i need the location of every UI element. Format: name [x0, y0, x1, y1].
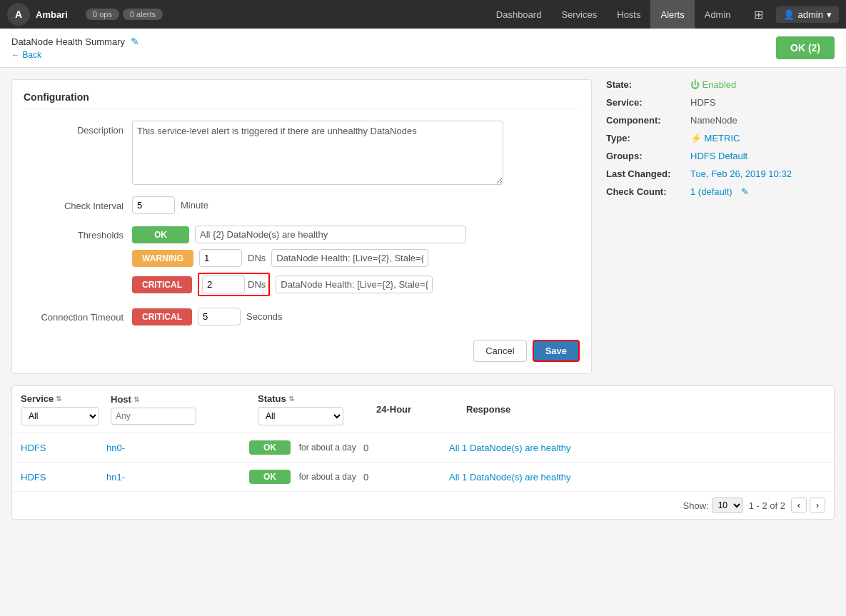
warning-value-input[interactable] — [199, 249, 242, 267]
check-interval-unit: Minute — [181, 200, 208, 211]
back-link[interactable]: ← Back — [11, 50, 139, 60]
row-host-1[interactable]: hn1- — [106, 472, 249, 483]
row-host-0[interactable]: hn0- — [106, 443, 249, 453]
connection-timeout-control: CRITICAL Seconds — [132, 308, 580, 325]
service-col-label: Service — [21, 393, 54, 404]
check-count-label: Check Count: — [606, 186, 685, 197]
state-label: State: — [606, 79, 685, 90]
component-label: Component: — [606, 115, 685, 126]
groups-value: HDFS Default — [690, 151, 747, 161]
logo-icon: A — [7, 3, 30, 26]
state-row: State: ⏻ Enabled — [606, 79, 835, 90]
row-status-badge-0: OK — [249, 440, 291, 455]
hours-col-header: 24-Hour — [376, 404, 455, 415]
ops-badge[interactable]: 0 ops — [86, 9, 119, 20]
user-dropdown-icon: ▾ — [827, 9, 832, 20]
host-col-label: Host — [111, 394, 131, 405]
ok-button[interactable]: OK (2) — [776, 36, 835, 59]
row-response-0[interactable]: All 1 DataNode(s) are healthy — [449, 443, 825, 453]
critical-value-input[interactable] — [202, 276, 245, 293]
connection-timeout-row: Connection Timeout CRITICAL Seconds — [24, 308, 580, 325]
type-label: Type: — [606, 133, 685, 143]
nav-alerts[interactable]: Alerts — [650, 0, 694, 29]
alerts-badge[interactable]: 0 alerts — [123, 9, 163, 20]
pagination-show: Show: 10 25 50 — [683, 498, 743, 513]
groups-label: Groups: — [606, 151, 685, 161]
description-row: Description This service-level alert is … — [24, 121, 580, 185]
service-row: Service: HDFS — [606, 97, 835, 108]
response-col-header: Response — [466, 404, 825, 415]
connection-timeout-unit: Seconds — [246, 311, 283, 322]
topnav: A Ambari 0 ops 0 alerts Dashboard Servic… — [0, 0, 846, 29]
ok-text-input[interactable] — [195, 226, 466, 243]
connection-timeout-label: Connection Timeout — [24, 308, 124, 323]
host-sort-icon[interactable]: ⇅ — [134, 395, 139, 403]
table-row: HDFS hn1- OK for about a day 0 All 1 Dat… — [12, 463, 834, 492]
ok-badge: OK — [132, 226, 189, 243]
row-response-1[interactable]: All 1 DataNode(s) are healthy — [449, 472, 825, 483]
page-title: DataNode Health Summary ✎ — [11, 36, 139, 47]
nav-admin[interactable]: Admin — [695, 0, 741, 29]
thresholds-row: Thresholds OK WARNING DNs CRITICAL — [24, 226, 580, 296]
show-label: Show: — [683, 500, 709, 511]
service-value: HDFS — [690, 97, 715, 108]
table-section: Service ⇅ All HDFS YARN Host ⇅ Status ⇅ … — [11, 385, 835, 520]
page-title-text: DataNode Health Summary — [11, 36, 125, 47]
check-count-row: Check Count: 1 (default) ✎ — [606, 186, 835, 197]
warning-text-input[interactable] — [271, 249, 428, 267]
warning-unit: DNs — [248, 253, 266, 263]
row-service-1[interactable]: HDFS — [21, 472, 106, 483]
check-interval-input[interactable] — [132, 196, 175, 214]
status-col-label: Status — [258, 393, 286, 404]
save-button[interactable]: Save — [533, 340, 580, 362]
threshold-warning-row: WARNING DNs — [132, 249, 428, 267]
page-title-edit-icon[interactable]: ✎ — [131, 36, 139, 47]
row-service-0[interactable]: HDFS — [21, 443, 106, 453]
component-value: NameNode — [690, 115, 737, 126]
critical-text-input[interactable] — [276, 276, 433, 293]
connection-timeout-badge: CRITICAL — [132, 308, 192, 325]
table-row: HDFS hn0- OK for about a day 0 All 1 Dat… — [12, 433, 834, 463]
host-filter-input[interactable] — [111, 408, 196, 425]
connection-timeout-input[interactable] — [198, 308, 241, 325]
logo-text: Ambari — [36, 9, 68, 20]
user-label: admin — [798, 9, 823, 20]
main-content: Configuration Description This service-l… — [0, 68, 846, 385]
row-status-badge-1: OK — [249, 470, 291, 484]
check-count-edit-icon[interactable]: ✎ — [741, 186, 749, 197]
pagination-select[interactable]: 10 25 50 — [712, 498, 743, 513]
pagination-next[interactable]: › — [810, 498, 825, 513]
row-hours-0: for about a day — [299, 443, 356, 453]
critical-unit: DNs — [248, 279, 266, 290]
cancel-button[interactable]: Cancel — [473, 340, 526, 362]
hours-filter-col: 24-Hour — [376, 404, 455, 415]
service-sort-icon[interactable]: ⇅ — [56, 395, 61, 403]
nav-dashboard[interactable]: Dashboard — [486, 0, 552, 29]
threshold-critical-row: CRITICAL DNs — [132, 273, 433, 296]
logo: A Ambari — [7, 3, 79, 26]
status-sort-icon[interactable]: ⇅ — [288, 395, 294, 403]
status-filter-select[interactable]: All OK WARNING CRITICAL — [258, 407, 343, 425]
threshold-ok-row: OK — [132, 226, 466, 243]
host-filter-col: Host ⇅ — [111, 394, 246, 425]
response-filter-col: Response — [466, 404, 825, 415]
pagination-prev[interactable]: ‹ — [791, 498, 807, 513]
row-count-1: 0 — [363, 472, 449, 483]
check-interval-control: Minute — [132, 196, 580, 214]
nav-services[interactable]: Services — [551, 0, 607, 29]
nav-hosts[interactable]: Hosts — [607, 0, 650, 29]
type-value: ⚡ METRIC — [690, 133, 740, 143]
last-changed-row: Last Changed: Tue, Feb 26, 2019 10:32 — [606, 168, 835, 179]
config-panel-title: Configuration — [24, 91, 580, 109]
thresholds-label: Thresholds — [24, 226, 124, 241]
description-textarea[interactable]: This service-level alert is triggered if… — [132, 121, 503, 185]
page-title-area: DataNode Health Summary ✎ ← Back — [11, 36, 139, 60]
pagination-row: Show: 10 25 50 1 - 2 of 2 ‹ › — [12, 492, 834, 519]
user-icon: 👤 — [783, 9, 795, 20]
description-control: This service-level alert is triggered if… — [132, 121, 580, 185]
thresholds-control: OK WARNING DNs CRITICAL DNs — [132, 226, 580, 296]
service-filter-select[interactable]: All HDFS YARN — [21, 407, 99, 425]
grid-icon[interactable]: ⊞ — [748, 8, 769, 21]
page-header: DataNode Health Summary ✎ ← Back OK (2) — [0, 29, 846, 68]
user-menu[interactable]: 👤 admin ▾ — [776, 6, 839, 23]
